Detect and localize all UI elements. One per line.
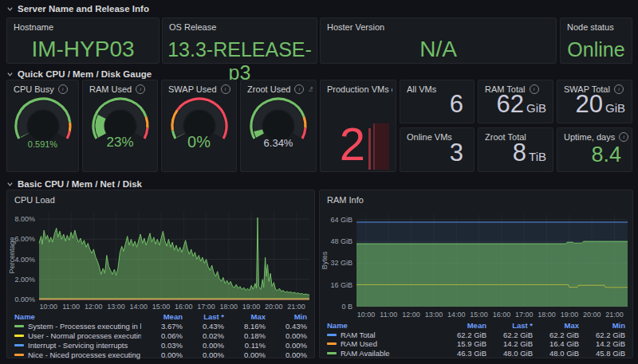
legend-value: 14.2 GiB — [486, 339, 533, 348]
legend-value: 45.8 GiB — [579, 349, 625, 358]
gauge-value: 6.34% — [241, 137, 316, 149]
legend-value: 0.18% — [224, 331, 266, 340]
info-icon[interactable]: i — [294, 84, 304, 94]
legend-value: 46.3 GiB — [440, 349, 486, 358]
legend-value: 48.0 GiB — [533, 349, 579, 358]
panel-zroot-total: Zroot Total 8TiB — [478, 127, 553, 172]
legend-value: 0.43% — [266, 322, 307, 331]
x-tick-label: 20:00 — [583, 311, 601, 319]
y-tick-label: 0 B — [341, 303, 352, 311]
x-tick-label: 12:00 — [402, 311, 420, 319]
info-icon[interactable]: i — [58, 84, 68, 94]
legend-value: 0.00% — [266, 341, 307, 350]
legend-column-header[interactable]: Min — [266, 312, 307, 321]
section-header-gauges[interactable]: Quick CPU / Mem / Disk Gauge — [6, 68, 152, 80]
legend-value: 0.00% — [224, 350, 266, 359]
panel-title[interactable]: CPU Load — [14, 195, 55, 205]
legend-column-header[interactable]: Last * — [486, 321, 533, 330]
section-title: Quick CPU / Mem / Disk Gauge — [18, 69, 152, 79]
x-tick-label: 10:00 — [40, 303, 58, 311]
legend-swatch — [14, 344, 24, 346]
legend-row[interactable]: RAM Available46.3 GiB48.0 GiB48.0 GiB45.… — [327, 349, 625, 358]
x-tick-label: 15:00 — [470, 311, 488, 319]
gauge-center — [28, 111, 58, 141]
x-tick-label: 15:00 — [152, 303, 171, 311]
panel-title[interactable]: CPU Busyi — [14, 84, 75, 94]
y-tick-label: 48 GiB — [330, 237, 352, 245]
stat-value: 8TiB — [513, 139, 546, 167]
ram-info-chart[interactable]: 0 B16 GiB32 GiB48 GiB64 GiB10:0011:0012:… — [320, 190, 632, 324]
plot-area: 0 B16 GiB32 GiB48 GiB64 GiB10:0011:0012:… — [320, 190, 632, 321]
gauge-threshold-arc — [304, 117, 305, 128]
gauge-value-arc — [258, 131, 260, 135]
legend-value: 62.2 GiB — [533, 331, 579, 339]
stat-value: 20GiB — [576, 90, 626, 119]
legend-swatch — [14, 354, 24, 356]
legend-row[interactable]: RAM Used15.9 GiB14.2 GiB16.4 GiB14.2 GiB — [327, 339, 625, 349]
series-fill-System — [39, 217, 309, 299]
panel-title[interactable]: Production VMs offlin — [327, 84, 392, 94]
legend-column-header[interactable]: Max — [224, 312, 266, 321]
panel-title[interactable]: OS Release — [169, 22, 313, 32]
legend-column-header[interactable]: Mean — [141, 312, 183, 321]
legend-value: 0.02% — [183, 331, 224, 340]
panel-all-vms: All VMs 6 — [400, 80, 475, 123]
panel-title[interactable]: Hoster Version — [327, 22, 553, 32]
legend-value: 0.43% — [183, 322, 224, 331]
legend-row[interactable]: Nice - Niced processes executing in user… — [14, 350, 307, 359]
x-tick-label: 14:00 — [447, 311, 466, 319]
section-header-basic[interactable]: Basic CPU / Mem / Net / Disk — [6, 178, 142, 190]
panel-title[interactable]: RAM Info — [327, 195, 364, 205]
y-tick-label: 2.00% — [14, 276, 35, 284]
cpu-load-chart[interactable]: 0.00%2.00%4.00%6.00%8.00%10:0011:0012:00… — [7, 190, 314, 315]
panel-title[interactable]: Zroot Usedi⚠ — [247, 84, 313, 94]
plot-area: 0.00%2.00%4.00%6.00%8.00%10:0011:0012:00… — [7, 190, 314, 311]
warning-icon[interactable]: ⚠ — [308, 85, 313, 93]
gauge-value: 23% — [83, 135, 157, 151]
legend-row[interactable]: User - Normal processes executing in use… — [14, 331, 307, 340]
y-axis-title: Bytes — [321, 251, 329, 269]
y-tick-label: 0.00% — [14, 296, 35, 303]
legend-value: 15.9 GiB — [440, 339, 486, 348]
legend-column-header[interactable]: Mean — [440, 321, 486, 330]
y-axis-title: Percentage — [8, 237, 16, 273]
panel-title[interactable]: RAM Usedi — [89, 84, 154, 94]
info-icon[interactable]: i — [136, 84, 145, 94]
section-header-server-info[interactable]: Server Name and Release Info — [6, 3, 149, 14]
x-tick-label: 10:00 — [357, 311, 376, 319]
legend-value: 0.03% — [141, 341, 183, 350]
chevron-down-icon — [6, 71, 14, 78]
x-tick-label: 12:00 — [85, 303, 103, 311]
ram-info-legend: NameMeanLast *MaxMinRAM Total62.2 GiB62.… — [327, 321, 625, 358]
panel-title[interactable]: Node status — [567, 22, 628, 32]
legend-value: 62.2 GiB — [486, 331, 533, 339]
sparkline-bar — [368, 128, 371, 170]
panel-title[interactable]: SWAP Usedi — [168, 84, 233, 94]
hostname-value: IM-HYP03 — [7, 37, 159, 62]
panel-title[interactable]: Hostname — [14, 22, 156, 32]
x-tick-label: 13:00 — [107, 303, 125, 311]
legend-column-header[interactable]: Max — [533, 321, 579, 330]
os-release-value: 13.3-RELEASE-p3 — [163, 38, 317, 84]
legend-row[interactable]: System - Processes executing in kernel m… — [14, 321, 307, 331]
x-tick-label: 20:00 — [265, 303, 283, 311]
chevron-down-icon — [6, 6, 14, 13]
info-icon[interactable]: i — [221, 84, 230, 94]
legend-value: 0.11% — [224, 341, 266, 350]
x-tick-label: 18:00 — [538, 311, 556, 319]
info-icon[interactable]: i — [619, 132, 628, 142]
node-status-value: Online — [561, 38, 632, 61]
panel-swap-total: SWAP Totali 20GiB — [557, 80, 632, 123]
legend-row[interactable]: Interrupt - Servicing interrupts0.03%0.0… — [14, 340, 307, 350]
x-tick-label: 18:00 — [220, 303, 238, 311]
legend-value: 0.00% — [266, 350, 307, 359]
legend-value: 3.67% — [141, 322, 183, 331]
legend-value: 16.4 GiB — [533, 339, 579, 348]
cpu-load-legend: NameMeanLast *MaxMinSystem - Processes e… — [14, 311, 307, 359]
legend-column-header[interactable]: Last * — [183, 312, 224, 321]
panel-title[interactable]: Uptime, daysi — [564, 132, 628, 142]
legend-column-header[interactable]: Min — [579, 321, 625, 330]
x-tick-label: 14:00 — [130, 303, 148, 311]
y-tick-label: 6.00% — [14, 235, 35, 243]
legend-row[interactable]: RAM Total62.2 GiB62.2 GiB62.2 GiB62.2 Gi… — [327, 331, 625, 340]
